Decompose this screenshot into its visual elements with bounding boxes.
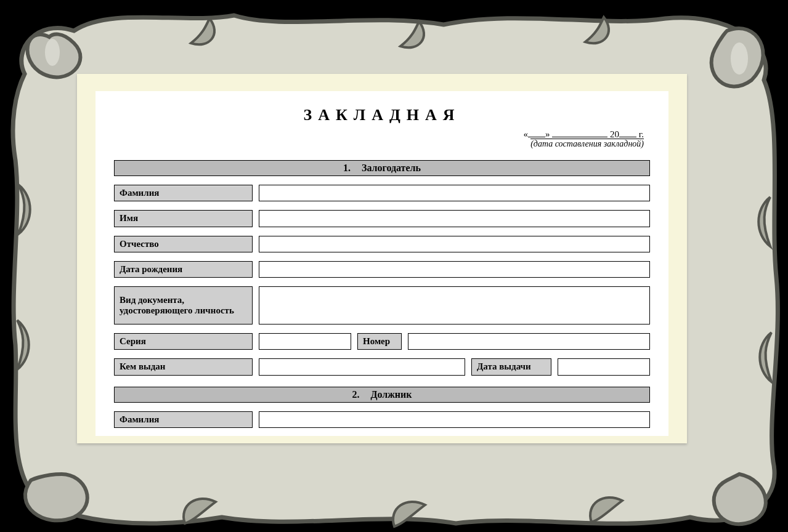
section-pledgor-header: 1.Залогодатель xyxy=(114,160,650,176)
input-issue-date[interactable] xyxy=(558,358,650,375)
input-series[interactable] xyxy=(259,333,351,350)
row-series-number: Серия Номер xyxy=(114,333,650,350)
input-issued-by[interactable] xyxy=(259,358,465,375)
date-block: «» 20 г. (дата составления закладной) xyxy=(114,128,650,149)
row-birthdate: Дата рождения xyxy=(114,261,650,278)
document-page: ЗАКЛАДНАЯ «» 20 г. (дата составления зак… xyxy=(95,91,668,436)
date-year-blank[interactable] xyxy=(619,128,636,137)
section-1-number: 1. xyxy=(343,163,351,173)
row-debtor-surname: Фамилия xyxy=(114,411,650,428)
input-doc-type[interactable] xyxy=(259,286,650,324)
date-line: «» 20 г. xyxy=(114,128,644,140)
row-patronymic: Отчество xyxy=(114,236,650,252)
input-birthdate[interactable] xyxy=(259,261,650,278)
label-surname: Фамилия xyxy=(114,185,253,201)
date-month-blank[interactable] xyxy=(552,128,607,137)
section-2-title: Должник xyxy=(370,389,412,400)
date-day-blank[interactable] xyxy=(528,128,545,137)
input-patronymic[interactable] xyxy=(259,236,650,252)
label-issued-by: Кем выдан xyxy=(114,358,253,375)
section-debtor-header: 2.Должник xyxy=(114,387,650,403)
input-debtor-surname[interactable] xyxy=(259,411,650,428)
svg-point-0 xyxy=(45,39,60,66)
row-surname: Фамилия xyxy=(114,185,650,201)
label-issue-date: Дата выдачи xyxy=(471,358,551,375)
input-surname[interactable] xyxy=(259,185,650,201)
label-doc-type: Вид документа, удостоверяющего личность xyxy=(114,286,253,324)
section-2-number: 2. xyxy=(352,389,359,400)
input-name[interactable] xyxy=(259,210,650,227)
document-title: ЗАКЛАДНАЯ xyxy=(114,106,650,124)
label-series: Серия xyxy=(114,333,253,350)
date-quote-close: » xyxy=(545,129,550,139)
row-issued: Кем выдан Дата выдачи xyxy=(114,358,650,375)
date-century: 20 xyxy=(610,129,619,139)
label-number: Номер xyxy=(357,333,402,350)
date-quote-open: « xyxy=(524,129,529,139)
label-birthdate: Дата рождения xyxy=(114,261,253,278)
svg-point-1 xyxy=(731,42,748,75)
row-name: Имя xyxy=(114,210,650,227)
label-patronymic: Отчество xyxy=(114,236,253,252)
section-1-title: Залогодатель xyxy=(362,163,421,173)
date-caption: (дата составления закладной) xyxy=(530,139,644,149)
row-doc-type: Вид документа, удостоверяющего личность xyxy=(114,286,650,324)
input-number[interactable] xyxy=(408,333,650,350)
label-name: Имя xyxy=(114,210,253,227)
date-year-suffix: г. xyxy=(639,129,644,139)
label-debtor-surname: Фамилия xyxy=(114,411,253,428)
